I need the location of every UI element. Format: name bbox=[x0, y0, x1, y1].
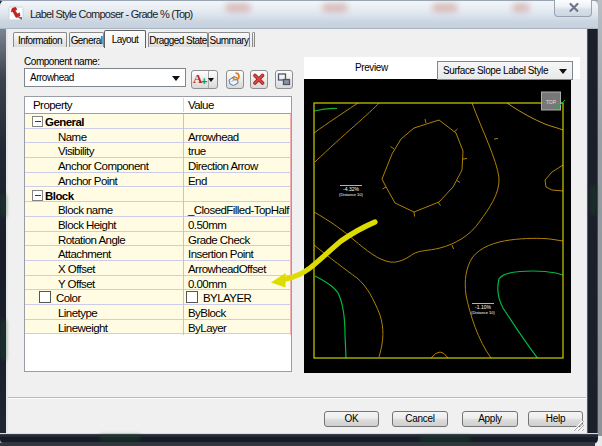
svg-text:TOP: TOP bbox=[546, 99, 557, 105]
svg-text:-1.10%: -1.10% bbox=[475, 304, 491, 310]
svg-text:(Distance 10): (Distance 10) bbox=[471, 310, 495, 315]
